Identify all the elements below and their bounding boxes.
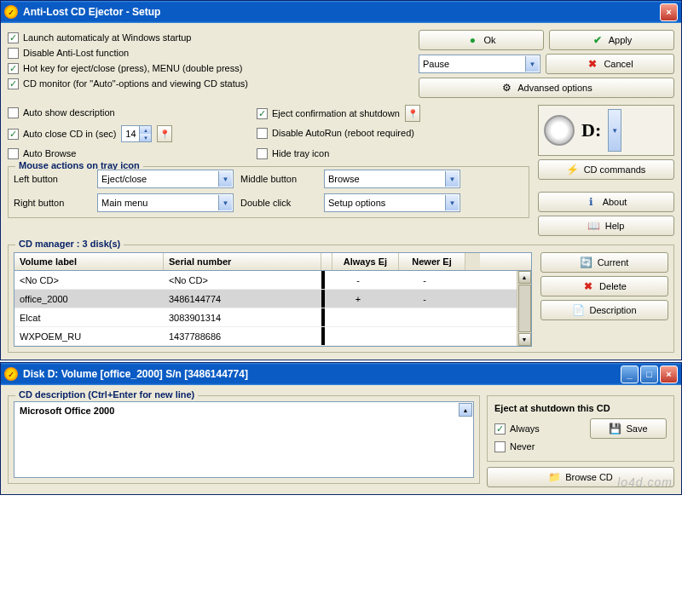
- table-row[interactable]: WXPOEM_RU1437788686: [14, 327, 517, 346]
- left-btn-label: Left button: [14, 174, 90, 184]
- cd-manager-group: CD manager : 3 disk(s) Volume label Seri…: [8, 245, 674, 353]
- chevron-down-icon: ▼: [218, 171, 232, 187]
- scroll-down-icon[interactable]: ▼: [518, 333, 531, 346]
- window-title: Disk D: Volume [office_2000] S/n [348614…: [23, 368, 621, 380]
- scroll-up-icon[interactable]: ▲: [518, 271, 531, 284]
- disable-label: Disable Anti-Lost function: [23, 48, 129, 58]
- launch-checkbox[interactable]: ✓Launch automaticaly at Windows startup: [8, 30, 192, 45]
- about-button[interactable]: ℹAbout: [538, 192, 674, 212]
- delete-button[interactable]: ✖Delete: [540, 276, 668, 296]
- spinner-up-icon[interactable]: ▲: [139, 126, 151, 134]
- eject-group-title: Eject at shutdown this CD: [494, 403, 667, 413]
- info-icon: ℹ: [586, 196, 598, 208]
- col-volume[interactable]: Volume label: [14, 253, 164, 270]
- table-row[interactable]: office_20003486144774+-: [14, 290, 517, 308]
- close-button[interactable]: ×: [660, 366, 678, 383]
- monitor-checkbox[interactable]: ✓CD monitor (for "Auto"-options and view…: [8, 76, 248, 91]
- window-title: Anti-Lost CD Ejector - Setup: [23, 6, 660, 18]
- double-click-select[interactable]: Setup options▼: [324, 193, 460, 212]
- watermark: lo4d.com: [617, 475, 673, 489]
- autoshow-checkbox[interactable]: Auto show description: [8, 105, 246, 120]
- desc-legend: CD description (Ctrl+Enter for new line): [15, 389, 198, 400]
- maximize-button[interactable]: □: [640, 366, 658, 383]
- scrollbar[interactable]: ▲ ▼: [517, 271, 531, 346]
- table-row[interactable]: <No CD><No CD>--: [14, 271, 517, 290]
- help-icon: 📖: [588, 220, 600, 232]
- desc-group: CD description (Ctrl+Enter for new line)…: [8, 395, 480, 484]
- col-newer-ej[interactable]: Newer Ej: [399, 253, 465, 270]
- drive-selector[interactable]: D: ▼: [538, 105, 674, 156]
- save-button[interactable]: 💾Save: [590, 418, 667, 439]
- launch-label: Launch automaticaly at Windows startup: [23, 32, 192, 43]
- hotkey-label: Hot key for eject/close (press), MENU (d…: [23, 63, 242, 73]
- chevron-down-icon: ▼: [445, 171, 459, 187]
- app-icon: ✓: [4, 5, 18, 19]
- setup-window: ✓ Anti-Lost CD Ejector - Setup × ✓Launch…: [0, 0, 682, 360]
- titlebar[interactable]: ✓ Disk D: Volume [office_2000] S/n [3486…: [1, 363, 681, 385]
- cd-table: Volume label Serial number Always Ej New…: [14, 252, 532, 347]
- mouse-group: Mouse actions on tray icon Left button E…: [8, 166, 529, 218]
- left-btn-select[interactable]: Eject/close▼: [97, 170, 234, 188]
- hotkey-checkbox[interactable]: ✓Hot key for eject/close (press), MENU (…: [8, 60, 242, 76]
- chevron-down-icon: ▼: [218, 195, 232, 210]
- scroll-up-icon[interactable]: ▲: [459, 403, 472, 417]
- ok-button[interactable]: ●Ok: [419, 30, 544, 50]
- eject-group: Eject at shutdown this CD ✓Always 💾Save …: [487, 395, 674, 462]
- right-btn-label: Right button: [14, 198, 90, 208]
- lightning-icon: ⚡: [567, 164, 579, 176]
- spinner-down-icon[interactable]: ▼: [139, 134, 151, 141]
- top-buttons: ●Ok ✔Apply Pause▼ ✖Cancel ⚙Advansed opti…: [419, 30, 674, 98]
- minimize-button[interactable]: _: [621, 366, 639, 383]
- refresh-icon: 🔄: [581, 256, 592, 268]
- cancel-icon: ✖: [587, 58, 598, 70]
- always-checkbox[interactable]: ✓Always: [494, 421, 540, 436]
- ok-icon: ●: [466, 34, 478, 46]
- app-icon: ✓: [4, 367, 18, 381]
- disable-autorun-checkbox[interactable]: Disable AutoRun (reboot required): [257, 125, 495, 141]
- never-checkbox[interactable]: Never: [494, 439, 535, 454]
- chevron-down-icon: ▼: [445, 195, 459, 210]
- col-serial[interactable]: Serial number: [164, 253, 321, 270]
- description-textarea[interactable]: Microsoft Office 2000 ▲: [14, 401, 474, 478]
- right-btn-select[interactable]: Main menu▼: [97, 193, 234, 212]
- close-button[interactable]: ×: [660, 3, 678, 21]
- save-icon: 💾: [609, 423, 621, 435]
- monitor-label: CD monitor (for "Auto"-options and viewi…: [23, 78, 248, 89]
- delete-icon: ✖: [582, 280, 594, 292]
- disk-window: ✓ Disk D: Volume [office_2000] S/n [3486…: [0, 362, 682, 495]
- col-always-ej[interactable]: Always Ej: [332, 253, 399, 270]
- pin-icon[interactable]: 📍: [405, 105, 420, 122]
- gear-icon: ⚙: [500, 82, 512, 94]
- cd-commands-button[interactable]: ⚡CD commands: [538, 159, 674, 180]
- autoclose-checkbox[interactable]: ✓Auto close CD in (sec): [8, 126, 116, 141]
- middle-btn-select[interactable]: Browse▼: [324, 170, 460, 188]
- pin-icon[interactable]: 📍: [157, 125, 172, 142]
- autobrowse-checkbox[interactable]: Auto Browse: [8, 146, 246, 161]
- apply-button[interactable]: ✔Apply: [549, 30, 674, 50]
- description-button[interactable]: 📄Description: [540, 300, 668, 320]
- cd-icon: [544, 115, 575, 146]
- disable-checkbox[interactable]: Disable Anti-Lost function: [8, 45, 129, 60]
- pause-select[interactable]: Pause▼: [419, 55, 540, 73]
- eject-confirm-checkbox[interactable]: ✓Eject confirmation at shutdown: [257, 106, 400, 121]
- top-checks: ✓Launch automaticaly at Windows startup …: [8, 30, 412, 98]
- folder-icon: 📁: [548, 471, 560, 483]
- hide-tray-checkbox[interactable]: Hide tray icon: [257, 146, 495, 161]
- help-button[interactable]: 📖Help: [538, 216, 674, 236]
- doc-icon: 📄: [572, 304, 584, 316]
- double-click-label: Double click: [240, 198, 317, 208]
- titlebar[interactable]: ✓ Anti-Lost CD Ejector - Setup ×: [1, 1, 681, 23]
- chevron-down-icon: ▼: [525, 56, 539, 72]
- cancel-button[interactable]: ✖Cancel: [546, 54, 674, 74]
- chevron-down-icon[interactable]: ▼: [608, 109, 621, 152]
- apply-icon: ✔: [592, 34, 604, 46]
- cd-manager-legend: CD manager : 3 disk(s): [15, 239, 124, 249]
- drive-letter: D:: [581, 119, 601, 141]
- scroll-thumb[interactable]: [518, 285, 531, 332]
- autoclose-spinner[interactable]: 14▲▼: [121, 125, 152, 142]
- middle-btn-label: Middle button: [240, 174, 317, 184]
- table-row[interactable]: Elcat3083901314: [14, 308, 517, 327]
- current-button[interactable]: 🔄Current: [540, 252, 668, 273]
- advanced-button[interactable]: ⚙Advansed options: [419, 78, 674, 98]
